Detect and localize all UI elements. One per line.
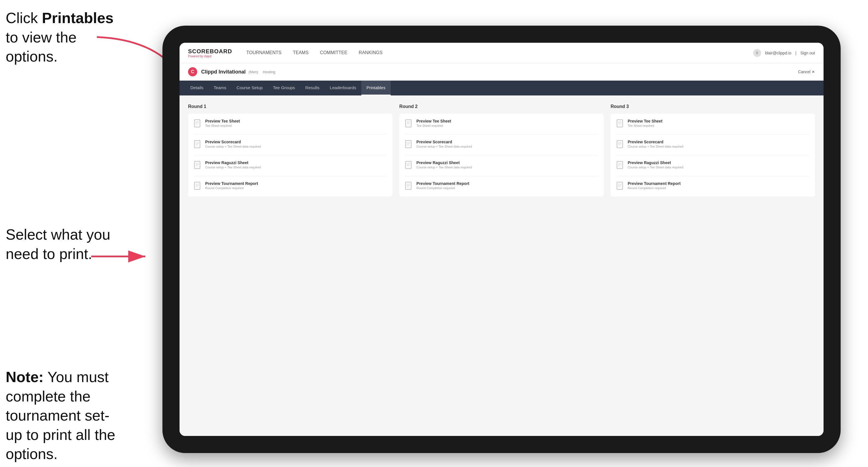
round2-tee-title: Preview Tee Sheet	[416, 119, 451, 123]
round1-scorecard-title: Preview Scorecard	[205, 139, 261, 144]
tournament-logo: C	[188, 67, 197, 76]
top-nav-items: TOURNAMENTS TEAMS COMMITTEE RANKINGS	[246, 49, 753, 57]
printables-bold: Printables	[42, 10, 114, 26]
tab-details[interactable]: Details	[185, 81, 209, 95]
round2-report-sub: Round Completion required	[416, 186, 469, 190]
round2-tee-sheet[interactable]: Preview Tee Sheet Tee Sheet required	[405, 119, 598, 129]
svg-rect-8	[405, 161, 411, 169]
round1-scorecard-sub: Course setup + Tee Sheet data required	[205, 145, 261, 148]
divider	[405, 176, 598, 176]
svg-rect-7	[405, 141, 411, 148]
round3-tee-sheet[interactable]: Preview Tee Sheet Tee Sheet required	[616, 119, 809, 129]
divider	[616, 155, 809, 155]
svg-rect-2	[194, 120, 200, 127]
nav-item-teams[interactable]: TEAMS	[293, 49, 309, 57]
round3-scorecard-title: Preview Scorecard	[628, 139, 683, 144]
document-icon	[194, 161, 202, 171]
note-bold: Note:	[6, 369, 43, 385]
user-avatar: B	[753, 49, 761, 57]
round3-tee-title: Preview Tee Sheet	[628, 119, 662, 123]
arrow-middle	[83, 239, 162, 276]
tablet: SCOREBOARD Powered by clippd TOURNAMENTS…	[162, 26, 841, 453]
tablet-screen: SCOREBOARD Powered by clippd TOURNAMENTS…	[180, 43, 824, 436]
nav-item-rankings[interactable]: RANKINGS	[359, 49, 383, 57]
round3-scorecard-sub: Course setup + Tee Sheet data required	[628, 145, 683, 148]
round1-raguzzi-title: Preview Raguzzi Sheet	[205, 160, 261, 165]
round1-raguzzi[interactable]: Preview Raguzzi Sheet Course setup + Tee…	[194, 160, 387, 171]
nav-item-committee[interactable]: COMMITTEE	[320, 49, 347, 57]
document-icon	[616, 140, 624, 150]
round1-raguzzi-sub: Course setup + Tee Sheet data required	[205, 165, 261, 169]
tournament-name: Clippd Invitational	[201, 69, 246, 75]
round-2-card: Preview Tee Sheet Tee Sheet required Pre…	[399, 114, 603, 196]
round3-scorecard[interactable]: Preview Scorecard Course setup + Tee She…	[616, 139, 809, 150]
round1-report-sub: Round Completion required	[205, 186, 258, 190]
round2-scorecard[interactable]: Preview Scorecard Course setup + Tee She…	[405, 139, 598, 150]
round3-report-title: Preview Tournament Report	[628, 181, 681, 186]
divider	[405, 155, 598, 155]
round3-report-sub: Round Completion required	[628, 186, 681, 190]
scoreboard-logo: SCOREBOARD Powered by clippd	[188, 48, 232, 58]
divider	[616, 176, 809, 176]
tournament-status: Hosting	[263, 70, 275, 74]
round-1-card: Preview Tee Sheet Tee Sheet required	[188, 114, 393, 196]
round2-tournament-report[interactable]: Preview Tournament Report Round Completi…	[405, 181, 598, 191]
document-icon	[616, 161, 624, 171]
tab-printables[interactable]: Printables	[361, 81, 391, 95]
tab-leaderboards[interactable]: Leaderboards	[324, 81, 361, 95]
tab-bar: Details Teams Course Setup Tee Groups Re…	[180, 81, 824, 95]
document-icon	[405, 182, 413, 191]
tab-tee-groups[interactable]: Tee Groups	[268, 81, 300, 95]
round-1-title: Round 1	[188, 104, 393, 109]
round1-report-title: Preview Tournament Report	[205, 181, 258, 186]
document-icon	[405, 140, 413, 150]
round1-tee-sub: Tee Sheet required	[205, 124, 240, 127]
divider	[194, 176, 387, 176]
logo-sub: Powered by clippd	[188, 55, 232, 58]
main-content: Round 1 Preview Tee Sheet T	[180, 95, 824, 436]
divider	[194, 155, 387, 155]
svg-rect-4	[194, 161, 200, 169]
document-icon	[194, 140, 202, 150]
svg-rect-9	[405, 182, 411, 189]
round-2-section: Round 2 Preview Tee Sheet Tee Sheet requ…	[399, 104, 603, 196]
tab-teams[interactable]: Teams	[209, 81, 231, 95]
round1-tee-sheet[interactable]: Preview Tee Sheet Tee Sheet required	[194, 119, 387, 129]
round3-tournament-report[interactable]: Preview Tournament Report Round Completi…	[616, 181, 809, 191]
nav-item-tournaments[interactable]: TOURNAMENTS	[246, 49, 281, 57]
round-2-title: Round 2	[399, 104, 603, 109]
svg-rect-13	[617, 182, 623, 189]
round3-raguzzi-title: Preview Raguzzi Sheet	[628, 160, 683, 165]
sign-out-link[interactable]: Sign out	[801, 51, 815, 55]
round1-scorecard[interactable]: Preview Scorecard Course setup + Tee She…	[194, 139, 387, 150]
svg-rect-6	[405, 120, 411, 127]
tab-results[interactable]: Results	[300, 81, 324, 95]
document-icon	[405, 119, 413, 129]
round2-raguzzi-sub: Course setup + Tee Sheet data required	[416, 165, 472, 169]
round2-raguzzi[interactable]: Preview Raguzzi Sheet Course setup + Tee…	[405, 160, 598, 171]
cancel-button[interactable]: Cancel ✕	[798, 69, 815, 74]
round1-tee-title: Preview Tee Sheet	[205, 119, 240, 123]
rounds-grid: Round 1 Preview Tee Sheet T	[188, 104, 815, 196]
round-3-section: Round 3 Preview Tee Sheet Tee Sheet requ…	[611, 104, 815, 196]
svg-rect-11	[617, 141, 623, 148]
divider	[405, 134, 598, 134]
document-icon	[194, 119, 202, 129]
document-icon	[405, 161, 413, 171]
svg-rect-3	[194, 141, 200, 148]
divider	[194, 134, 387, 134]
svg-rect-5	[194, 182, 200, 189]
round2-tee-sub: Tee Sheet required	[416, 124, 451, 127]
tab-course-setup[interactable]: Course Setup	[231, 81, 268, 95]
round-3-card: Preview Tee Sheet Tee Sheet required Pre…	[611, 114, 815, 196]
tournament-header: C Clippd Invitational (Men) Hosting Canc…	[180, 63, 824, 81]
round2-raguzzi-title: Preview Raguzzi Sheet	[416, 160, 472, 165]
round1-tournament-report[interactable]: Preview Tournament Report Round Completi…	[194, 181, 387, 191]
document-icon	[616, 182, 624, 191]
round-1-section: Round 1 Preview Tee Sheet T	[188, 104, 393, 196]
separator: |	[795, 51, 797, 55]
round3-raguzzi[interactable]: Preview Raguzzi Sheet Course setup + Tee…	[616, 160, 809, 171]
top-nav-right: B blair@clippd.io | Sign out	[753, 49, 815, 57]
document-icon	[194, 182, 202, 191]
svg-rect-10	[617, 120, 623, 127]
